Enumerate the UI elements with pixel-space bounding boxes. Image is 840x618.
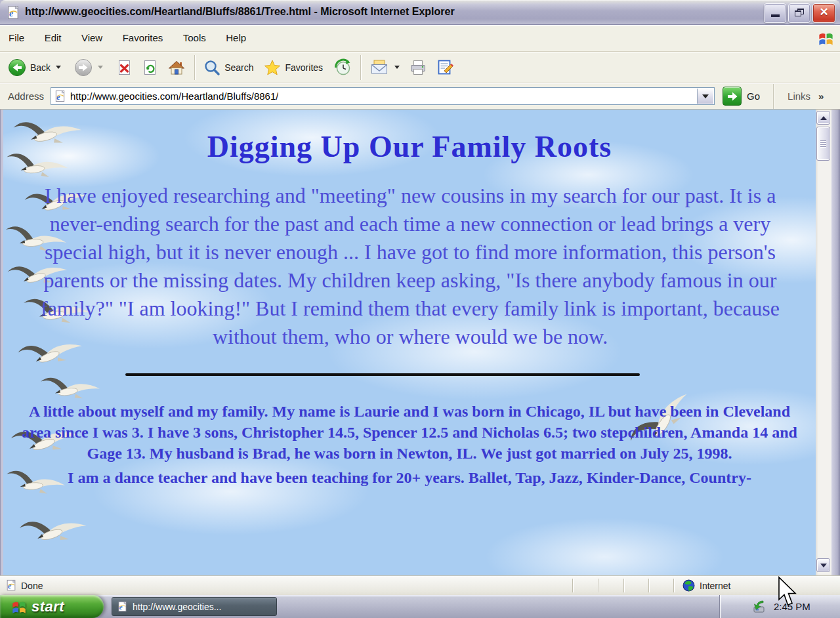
- restore-button[interactable]: [788, 3, 810, 23]
- history-icon: [333, 58, 352, 77]
- forward-icon: [74, 58, 93, 77]
- menu-favorites[interactable]: Favorites: [114, 32, 172, 43]
- search-label: Search: [224, 62, 253, 73]
- status-divider: [623, 579, 625, 592]
- teaching-paragraph: I am a dance teacher and have been teach…: [20, 467, 799, 488]
- favorites-star-icon: [264, 59, 281, 76]
- toolbar-separator: [773, 84, 774, 109]
- task-label: http://www.geocities...: [133, 602, 221, 612]
- status-divider: [572, 579, 574, 592]
- scroll-up-button[interactable]: [816, 111, 830, 125]
- back-icon: [8, 58, 26, 77]
- start-label: start: [32, 598, 64, 615]
- home-button[interactable]: [167, 59, 186, 76]
- standard-toolbar: Back: [0, 52, 840, 83]
- status-divider: [673, 579, 675, 592]
- menu-edit[interactable]: Edit: [36, 32, 70, 43]
- address-dropdown-button[interactable]: [697, 89, 713, 104]
- back-dropdown-icon[interactable]: [56, 66, 61, 69]
- mail-dropdown-icon[interactable]: [394, 66, 400, 69]
- mouse-cursor: [778, 576, 800, 608]
- scrollbar-thumb[interactable]: [816, 127, 830, 161]
- go-arrow-icon: [726, 91, 738, 102]
- windows-logo-icon: [817, 30, 835, 47]
- status-page-icon: [5, 579, 17, 591]
- address-input[interactable]: http://www.geocities.com/Heartland/Bluff…: [51, 87, 715, 105]
- refresh-icon: [142, 59, 158, 76]
- menu-help[interactable]: Help: [217, 32, 255, 43]
- vertical-scrollbar[interactable]: [816, 110, 831, 575]
- zone-label: Internet: [700, 581, 730, 591]
- status-divider: [598, 579, 599, 592]
- title-bar: http://www.geocities.com/Heartland/Bluff…: [0, 0, 840, 25]
- history-button[interactable]: [333, 58, 352, 77]
- status-bar: Done Internet: [0, 575, 840, 595]
- chevron-down-icon: [702, 94, 709, 98]
- status-divider: [648, 579, 650, 592]
- web-page: Digging Up Our Family Roots I have enjoy…: [3, 110, 816, 575]
- address-label: Address: [8, 91, 44, 102]
- toolbar-separator: [360, 55, 362, 80]
- about-paragraph: A little about myself and my family. My …: [20, 401, 799, 464]
- status-text: Done: [21, 581, 43, 591]
- menu-file[interactable]: File: [0, 32, 33, 43]
- internet-zone-globe-icon: [682, 579, 695, 592]
- windows-flag-icon: [10, 598, 28, 615]
- taskbar-task-button[interactable]: http://www.geocities...: [112, 597, 277, 616]
- go-label[interactable]: Go: [747, 91, 760, 102]
- page-content: Digging Up Our Family Roots I have enjoy…: [3, 129, 816, 488]
- menu-tools[interactable]: Tools: [175, 32, 215, 43]
- mail-icon: [369, 59, 389, 75]
- favorites-button[interactable]: Favorites: [264, 59, 323, 76]
- chevron-down-icon: [820, 564, 827, 567]
- print-icon: [409, 59, 427, 76]
- home-icon: [167, 59, 186, 76]
- refresh-button[interactable]: [142, 59, 158, 76]
- browser-viewport: Digging Up Our Family Roots I have enjoy…: [0, 110, 840, 575]
- minimize-icon: [771, 14, 780, 17]
- close-button[interactable]: ✕: [812, 3, 835, 23]
- forward-dropdown-icon[interactable]: [98, 66, 103, 69]
- stop-icon: [116, 59, 133, 76]
- task-ie-icon: [117, 601, 128, 612]
- address-url: http://www.geocities.com/Heartland/Bluff…: [70, 91, 278, 102]
- favorites-label: Favorites: [285, 62, 323, 73]
- restore-icon: [795, 9, 804, 16]
- window-border-right: [831, 110, 840, 575]
- forward-button[interactable]: [74, 58, 93, 77]
- address-bar: Address http://www.geocities.com/Heartla…: [0, 83, 840, 110]
- edit-button[interactable]: [436, 58, 454, 76]
- address-page-icon: [54, 90, 66, 102]
- chevron-up-icon: [820, 116, 827, 120]
- internet-explorer-icon: [6, 5, 20, 20]
- links-chevron-icon[interactable]: »: [818, 91, 824, 102]
- taskbar: start http://www.geocities... 2:45 PM: [0, 595, 840, 618]
- edit-icon: [436, 58, 454, 76]
- search-icon: [203, 59, 220, 76]
- safely-remove-hardware-icon[interactable]: [751, 600, 766, 614]
- go-button[interactable]: [723, 87, 742, 106]
- print-button[interactable]: [409, 59, 427, 76]
- horizontal-rule: [125, 373, 640, 376]
- seagull-image: [15, 512, 91, 553]
- intro-paragraph: I have enjoyed researching and "meeting"…: [23, 182, 797, 351]
- menu-bar: File Edit View Favorites Tools Help: [0, 25, 840, 52]
- menu-view[interactable]: View: [73, 32, 111, 43]
- stop-button[interactable]: [116, 59, 133, 76]
- page-title: Digging Up Our Family Roots: [10, 129, 809, 164]
- start-button[interactable]: start: [0, 595, 104, 618]
- back-label: Back: [30, 62, 51, 73]
- toolbar-separator: [194, 55, 196, 80]
- links-label[interactable]: Links: [788, 91, 810, 102]
- scroll-down-button[interactable]: [816, 558, 830, 572]
- search-button[interactable]: Search: [203, 59, 253, 76]
- window-title: http://www.geocities.com/Heartland/Bluff…: [25, 6, 455, 18]
- mail-button[interactable]: [369, 59, 389, 75]
- close-icon: ✕: [813, 4, 835, 21]
- back-button[interactable]: Back: [8, 58, 51, 77]
- minimize-button[interactable]: [764, 3, 786, 23]
